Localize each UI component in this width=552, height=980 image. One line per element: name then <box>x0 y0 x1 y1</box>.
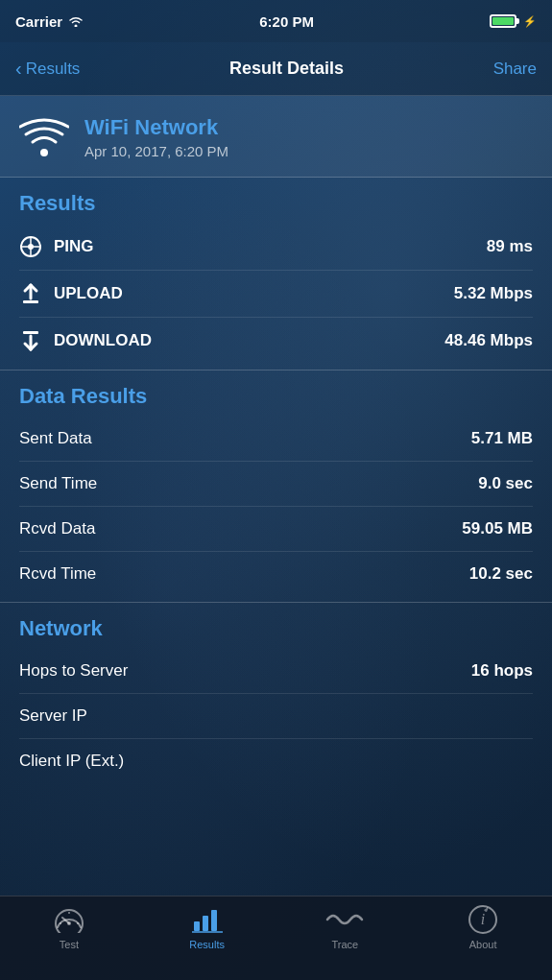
tab-results[interactable]: Results <box>138 904 276 950</box>
hops-label: Hops to Server <box>19 661 128 681</box>
svg-rect-14 <box>203 916 208 931</box>
rcvd-time-row: Rcvd Time 10.2 sec <box>19 552 533 596</box>
client-ip-row: Client IP (Ext.) <box>19 739 533 783</box>
tab-bar: Test Results Trace <box>0 896 552 980</box>
svg-text:i: i <box>481 911 485 927</box>
upload-left: UPLOAD <box>19 282 123 305</box>
svg-rect-15 <box>211 910 217 931</box>
hops-value: 16 hops <box>471 661 533 681</box>
svg-rect-5 <box>23 300 38 303</box>
download-row: DOWNLOAD 48.46 Mbps <box>19 318 533 364</box>
bar-chart-icon <box>188 904 227 935</box>
about-icon: i <box>464 904 502 935</box>
nav-bar: ‹ Results Result Details Share <box>0 42 552 96</box>
status-bar: Carrier 6:20 PM ⚡ <box>0 0 552 42</box>
back-label: Results <box>26 60 81 79</box>
page-title: Result Details <box>229 59 344 79</box>
chevron-left-icon: ‹ <box>15 58 22 80</box>
status-battery: ⚡ <box>490 14 537 28</box>
rcvd-data-row: Rcvd Data 59.05 MB <box>19 507 533 552</box>
network-section-title: Network <box>19 616 533 641</box>
tab-about[interactable]: i About <box>414 904 552 950</box>
back-button[interactable]: ‹ Results <box>15 58 80 80</box>
results-section: Results PING 89 ms <box>0 178 552 364</box>
ping-value: 89 ms <box>487 237 533 256</box>
data-results-section: Data Results Sent Data 5.71 MB Send Time… <box>0 370 552 596</box>
upload-row: UPLOAD 5.32 Mbps <box>19 271 533 318</box>
network-section: Network Hops to Server 16 hops Server IP… <box>0 603 552 783</box>
download-icon <box>19 329 42 352</box>
server-ip-label: Server IP <box>19 706 87 726</box>
speedometer-icon <box>50 904 88 935</box>
wifi-signal-icon <box>68 15 84 27</box>
rcvd-data-label: Rcvd Data <box>19 519 95 538</box>
results-section-title: Results <box>19 191 533 216</box>
battery-bolt: ⚡ <box>523 15 537 28</box>
battery-icon <box>490 14 516 28</box>
send-time-label: Send Time <box>19 474 97 493</box>
ping-left: PING <box>19 235 94 258</box>
sent-data-label: Sent Data <box>19 429 92 448</box>
download-label: DOWNLOAD <box>54 331 152 350</box>
download-left: DOWNLOAD <box>19 329 152 352</box>
server-ip-row: Server IP <box>19 694 533 739</box>
tab-test-label: Test <box>60 939 79 950</box>
rcvd-time-value: 10.2 sec <box>469 564 533 584</box>
wifi-card: WiFi Network Apr 10, 2017, 6:20 PM <box>0 96 552 178</box>
tab-results-label: Results <box>189 939 225 950</box>
rcvd-time-label: Rcvd Time <box>19 564 96 584</box>
share-button[interactable]: Share <box>493 60 537 79</box>
tab-test[interactable]: Test <box>0 904 138 950</box>
data-results-title: Data Results <box>19 384 533 409</box>
send-time-value: 9.0 sec <box>478 474 533 493</box>
download-value: 48.46 Mbps <box>444 331 533 350</box>
client-ip-label: Client IP (Ext.) <box>19 752 124 771</box>
tab-trace-label: Trace <box>332 939 359 950</box>
ping-row: PING 89 ms <box>19 224 533 271</box>
wifi-icon <box>19 116 69 158</box>
ping-icon <box>19 235 42 258</box>
sent-data-value: 5.71 MB <box>471 429 533 448</box>
network-name: WiFi Network <box>84 115 228 140</box>
trace-icon <box>325 904 364 935</box>
upload-value: 5.32 Mbps <box>454 284 533 303</box>
svg-rect-13 <box>194 921 200 931</box>
status-time: 6:20 PM <box>259 13 314 30</box>
tab-about-label: About <box>469 939 497 950</box>
svg-rect-6 <box>23 331 38 334</box>
upload-icon <box>19 282 42 305</box>
hops-row: Hops to Server 16 hops <box>19 649 533 694</box>
rcvd-data-value: 59.05 MB <box>462 519 533 538</box>
status-carrier: Carrier <box>15 13 84 30</box>
tab-trace[interactable]: Trace <box>276 904 415 950</box>
upload-label: UPLOAD <box>54 284 123 303</box>
svg-point-0 <box>40 149 48 156</box>
network-timestamp: Apr 10, 2017, 6:20 PM <box>84 143 228 159</box>
svg-point-9 <box>67 921 71 925</box>
send-time-row: Send Time 9.0 sec <box>19 462 533 507</box>
ping-label: PING <box>54 237 94 256</box>
wifi-network-icon <box>19 116 69 158</box>
wifi-info: WiFi Network Apr 10, 2017, 6:20 PM <box>84 115 228 159</box>
sent-data-row: Sent Data 5.71 MB <box>19 417 533 462</box>
scroll-area: WiFi Network Apr 10, 2017, 6:20 PM Resul… <box>0 96 552 896</box>
